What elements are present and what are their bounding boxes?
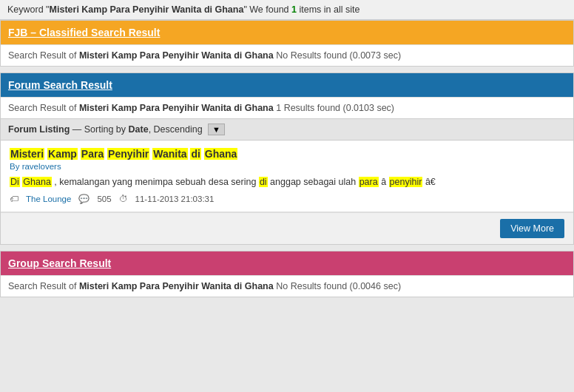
fjb-section: FJB – Classified Search Result Search Re… — [0, 20, 574, 67]
excerpt-text4: â€ — [425, 177, 436, 187]
title-word-misteri: Misteri — [10, 148, 44, 160]
forum-header: Forum Search Result — [1, 73, 573, 97]
view-more-button[interactable]: View More — [500, 219, 564, 238]
title-word-para: Para — [81, 148, 104, 160]
fjb-result-label: Search Result of — [8, 50, 76, 61]
post-excerpt: Di Ghana , kemalangan yang menimpa sebua… — [10, 175, 564, 189]
title-word-kamp: Kamp — [47, 148, 78, 160]
fjb-status-text: No Results found (0.0073 sec) — [276, 50, 401, 61]
forum-keyword: Misteri Kamp Para Penyihir Wanita di Gha… — [79, 103, 274, 113]
result-count: 1 — [291, 4, 297, 15]
excerpt-text2: anggap sebagai ulah — [270, 177, 359, 187]
sort-label: Sorting by — [84, 124, 126, 135]
excerpt-hi-ghana: Ghana — [22, 177, 52, 187]
clock-icon: ⏱ — [119, 194, 128, 204]
author-name: ravelovers — [22, 162, 61, 171]
forum-result-label: Search Result of — [8, 103, 76, 113]
post-date: 11-11-2013 21:03:31 — [135, 195, 215, 203]
fjb-header-text: FJB – Classified Search Result — [8, 27, 160, 38]
keyword-text: Misteri Kamp Para Penyihir Wanita di Gha… — [50, 4, 244, 15]
group-status: No Results found (0.0046 sec) — [276, 281, 401, 291]
post-author: By ravelovers — [10, 162, 564, 171]
forum-status: 1 Results found (0.0103 sec) — [276, 103, 394, 113]
listing-label: Forum Listing — [8, 124, 70, 135]
tag-icon: 🏷 — [10, 194, 18, 204]
comment-icon: 💬 — [78, 194, 90, 204]
forum-result-info: Search Result of Misteri Kamp Para Penyi… — [1, 97, 573, 118]
group-result-info: Search Result of Misteri Kamp Para Penyi… — [1, 275, 573, 297]
post-title: Misteri Kamp Para Penyihir Wanita di Gha… — [10, 148, 564, 160]
suffix-text: items in all site — [300, 4, 360, 15]
forum-section: Forum Search Result Search Result of Mis… — [0, 72, 574, 245]
title-word-wanita: Wanita — [152, 148, 187, 160]
excerpt-hi-para: para — [359, 177, 379, 187]
excerpt-hi-di2: di — [259, 177, 268, 187]
post-meta: 🏷 The Lounge 💬 505 ⏱ 11-11-2013 21:03:31 — [10, 194, 564, 204]
top-bar: Keyword "Misteri Kamp Para Penyihir Wani… — [0, 0, 574, 20]
title-word-di: di — [190, 148, 200, 160]
forum-header-text: Forum Search Result — [8, 79, 112, 91]
excerpt-hi-di: Di — [10, 177, 20, 187]
tag-link[interactable]: The Lounge — [26, 195, 71, 203]
group-keyword: Misteri Kamp Para Penyihir Wanita di Gha… — [79, 281, 274, 291]
excerpt-text3: â — [381, 177, 388, 187]
group-header: Group Search Result — [1, 251, 573, 275]
title-word-penyihir: Penyihir — [107, 148, 149, 160]
found-text: We found — [249, 4, 288, 15]
fjb-keyword: Misteri Kamp Para Penyihir Wanita di Gha… — [79, 50, 274, 61]
fjb-result-info: Search Result of Misteri Kamp Para Penyi… — [1, 44, 573, 66]
sort-key: Date — [129, 124, 149, 135]
title-word-ghana: Ghana — [204, 148, 238, 160]
sort-toggle-button[interactable]: ▼ — [208, 124, 225, 135]
group-result-label: Search Result of — [8, 281, 76, 291]
excerpt-text1: , kemalangan yang menimpa sebuah desa se… — [54, 177, 259, 187]
post-card: Misteri Kamp Para Penyihir Wanita di Gha… — [1, 141, 573, 212]
view-more-bar: View More — [1, 212, 573, 244]
excerpt-hi-penyihir: penyihir — [389, 177, 423, 187]
comment-count: 505 — [97, 195, 111, 203]
group-header-text: Group Search Result — [8, 257, 111, 269]
sort-dir: Descending — [154, 124, 203, 135]
fjb-header: FJB – Classified Search Result — [1, 21, 573, 44]
keyword-label: Keyword — [7, 4, 44, 15]
forum-listing-bar: Forum Listing — Sorting by Date, Descend… — [1, 118, 573, 141]
group-section: Group Search Result Search Result of Mis… — [0, 251, 574, 297]
